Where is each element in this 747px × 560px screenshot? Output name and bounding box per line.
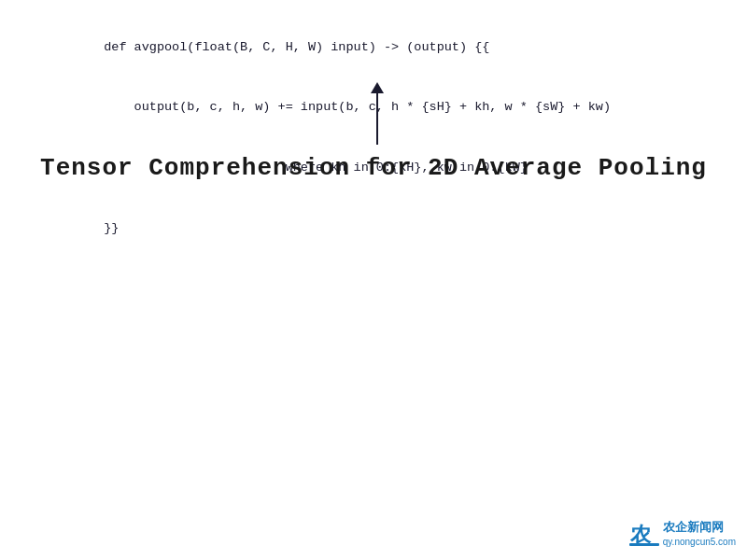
code-line-4: }} <box>104 221 119 235</box>
watermark-main: 农企新闻网 <box>663 520 736 536</box>
watermark-text: 农企新闻网 qy.nongcun5.com <box>663 520 736 548</box>
arrow-head <box>371 82 384 93</box>
watermark: 农 农企新闻网 qy.nongcun5.com <box>629 519 736 549</box>
page-title: Tensor Comprehension for 2D Average Pool… <box>0 154 747 182</box>
svg-text:农: 农 <box>629 523 652 546</box>
code-block: def avgpool(float(B, C, H, W) input) -> … <box>89 17 611 239</box>
watermark-logo-icon: 农 <box>629 519 659 549</box>
code-line-2: output(b, c, h, w) += input(b, c, h * {s… <box>104 100 611 114</box>
code-line-1: def avgpool(float(B, C, H, W) input) -> … <box>104 40 489 54</box>
arrow <box>371 82 384 145</box>
svg-rect-2 <box>629 543 659 546</box>
watermark-sub: qy.nongcun5.com <box>663 536 736 548</box>
arrow-line <box>376 93 378 145</box>
